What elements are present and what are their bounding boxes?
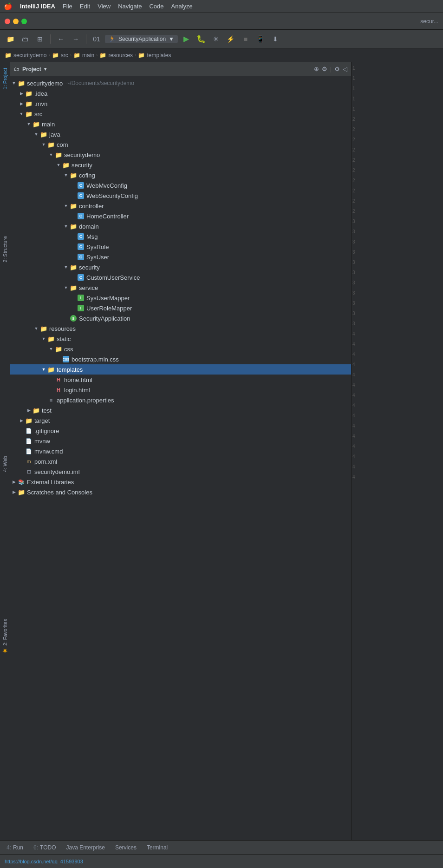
- menu-navigate[interactable]: Navigate: [118, 3, 142, 10]
- tree-item-websecurityconfig[interactable]: CWebSecurityConfig: [10, 191, 351, 201]
- run-button[interactable]: ▶: [180, 33, 193, 46]
- tree-arrow-closed[interactable]: [18, 88, 25, 99]
- tree-item-service[interactable]: 📁service: [10, 283, 351, 293]
- tree-arrow-open[interactable]: [62, 221, 70, 231]
- tree-item-ext-libs[interactable]: 📚External Libraries: [10, 477, 351, 487]
- stop-button[interactable]: ■: [239, 33, 252, 46]
- tree-item-securityapp[interactable]: SSecurityApplication: [10, 313, 351, 323]
- tree-item-controller[interactable]: 📁controller: [10, 201, 351, 211]
- tab-terminal[interactable]: Terminal: [142, 842, 172, 853]
- breadcrumb-src[interactable]: 📁 src: [52, 52, 68, 59]
- menu-view[interactable]: View: [98, 3, 111, 10]
- tab-todo[interactable]: 6: TODO: [29, 842, 60, 853]
- tree-item-templates[interactable]: 📁templates: [10, 364, 351, 375]
- tree-item-msg[interactable]: CMsg: [10, 231, 351, 242]
- minimize-button[interactable]: [13, 19, 19, 24]
- tree-item-iml[interactable]: ⊡securitydemo.iml: [10, 467, 351, 477]
- tree-arrow-open[interactable]: [40, 334, 47, 344]
- tab-structure[interactable]: 2: Structure: [1, 232, 9, 266]
- tab-java-enterprise[interactable]: Java Enterprise: [62, 842, 110, 853]
- tree-item-app-props[interactable]: ≡application.properties: [10, 395, 351, 405]
- tree-item-security2[interactable]: 📁security: [10, 262, 351, 272]
- tree-item-userrolemapper[interactable]: IUserRoleMapper: [10, 303, 351, 313]
- tree-arrow-open[interactable]: [40, 139, 47, 150]
- menu-file[interactable]: File: [63, 3, 72, 10]
- tree-item-mvnw-cmd[interactable]: 📄mvnw.cmd: [10, 446, 351, 456]
- back-button[interactable]: ←: [54, 33, 67, 46]
- tree-item-test[interactable]: 📁test: [10, 405, 351, 415]
- sync-button[interactable]: 🗃: [19, 33, 32, 46]
- menu-edit[interactable]: Edit: [80, 3, 90, 10]
- tree-item-idea[interactable]: 📁.idea: [10, 88, 351, 99]
- tree-item-customuserservice[interactable]: CCustomUserService: [10, 272, 351, 283]
- panel-title-dropdown-icon[interactable]: ▼: [43, 66, 48, 72]
- status-link[interactable]: https://blog.csdn.net/qq_41593903: [5, 859, 83, 864]
- layout-button[interactable]: ⊞: [33, 33, 46, 46]
- breadcrumb-securitydemo[interactable]: 📁 securitydemo: [5, 52, 46, 59]
- tree-item-gitignore[interactable]: 📄.gitignore: [10, 426, 351, 436]
- breadcrumb-templates[interactable]: 📁 templates: [138, 52, 171, 59]
- tree-item-pom-xml[interactable]: mpom.xml: [10, 456, 351, 467]
- tree-item-securitydemo-root[interactable]: 📁securitydemo~/Documents/securitydemo: [10, 78, 351, 88]
- menu-analyze[interactable]: Analyze: [171, 3, 193, 10]
- tree-arrow-open[interactable]: [62, 170, 70, 180]
- tab-services[interactable]: Services: [111, 842, 141, 853]
- tree-arrow-open[interactable]: [10, 78, 18, 88]
- close-button[interactable]: [5, 19, 10, 24]
- tree-item-target[interactable]: 📁target: [10, 415, 351, 426]
- tab-run[interactable]: 4: Run: [2, 842, 28, 853]
- tree-arrow-closed[interactable]: [10, 477, 18, 487]
- tree-item-resources[interactable]: 📁resources: [10, 323, 351, 334]
- maximize-button[interactable]: [21, 19, 27, 24]
- tree-item-css-dir[interactable]: 📁css: [10, 344, 351, 354]
- tree-arrow-open[interactable]: [33, 129, 40, 139]
- tree-item-sysuser[interactable]: CSysUser: [10, 252, 351, 262]
- build-button[interactable]: 01: [90, 33, 103, 46]
- menu-code[interactable]: Code: [149, 3, 163, 10]
- tree-item-domain[interactable]: 📁domain: [10, 221, 351, 231]
- tree-arrow-open[interactable]: [33, 323, 40, 334]
- tree-item-com[interactable]: 📁com: [10, 139, 351, 150]
- tree-arrow-closed[interactable]: [10, 487, 18, 497]
- tree-item-mvn[interactable]: 📁.mvn: [10, 99, 351, 109]
- tree-item-login-html[interactable]: Hlogin.html: [10, 385, 351, 395]
- tree-item-java[interactable]: 📁java: [10, 129, 351, 139]
- tree-item-static[interactable]: 📁static: [10, 334, 351, 344]
- tree-item-securitydemo-pkg[interactable]: 📁securitydemo: [10, 150, 351, 160]
- locate-icon[interactable]: ⊕: [314, 66, 319, 72]
- download-button[interactable]: ⬇: [269, 33, 282, 46]
- open-folder-button[interactable]: 📁: [4, 33, 17, 46]
- tree-arrow-open[interactable]: [25, 119, 33, 129]
- tree-arrow-open[interactable]: [18, 109, 25, 119]
- tree-item-webmvcconfig[interactable]: CWebMvcConfig: [10, 180, 351, 191]
- tree-arrow-open[interactable]: [62, 283, 70, 293]
- forward-button[interactable]: →: [69, 33, 82, 46]
- gear-icon[interactable]: ⚙: [334, 66, 340, 72]
- coverage-button[interactable]: ✳: [209, 33, 222, 46]
- tree-arrow-closed[interactable]: [18, 99, 25, 109]
- tree-item-src[interactable]: 📁src: [10, 109, 351, 119]
- tree-arrow-closed[interactable]: [25, 405, 33, 415]
- breadcrumb-resources[interactable]: 📁 resources: [99, 52, 133, 59]
- tree-arrow-open[interactable]: [55, 160, 62, 170]
- tree-item-home-html[interactable]: Hhome.html: [10, 375, 351, 385]
- apple-menu[interactable]: 🍎: [4, 2, 13, 11]
- tree-arrow-open[interactable]: [40, 364, 47, 375]
- breadcrumb-main[interactable]: 📁 main: [73, 52, 94, 59]
- tree-item-bootstrap[interactable]: CSSbootstrap.min.css: [10, 354, 351, 364]
- tree-item-cofing[interactable]: 📁cofing: [10, 170, 351, 180]
- collapse-icon[interactable]: ◁: [343, 66, 347, 72]
- debug-button[interactable]: 🐛: [195, 33, 208, 46]
- profile-button[interactable]: ⚡: [224, 33, 237, 46]
- run-config-dropdown[interactable]: ▼: [169, 36, 174, 42]
- tree-arrow-open[interactable]: [62, 201, 70, 211]
- tree-arrow-open[interactable]: [47, 344, 55, 354]
- tree-item-security-pkg[interactable]: 📁security: [10, 160, 351, 170]
- tree-item-homecontroller[interactable]: CHomeController: [10, 211, 351, 221]
- tab-favorites[interactable]: ★ 2: Favorites: [0, 615, 10, 658]
- run-configuration[interactable]: 🏃 SecurityApplication ▼: [105, 35, 178, 43]
- tree-item-mvnw[interactable]: 📄mvnw: [10, 436, 351, 446]
- tree-item-sysusermapper[interactable]: ISysUserMapper: [10, 293, 351, 303]
- tab-web[interactable]: 4: Web: [1, 452, 9, 476]
- tree-arrow-open[interactable]: [47, 150, 55, 160]
